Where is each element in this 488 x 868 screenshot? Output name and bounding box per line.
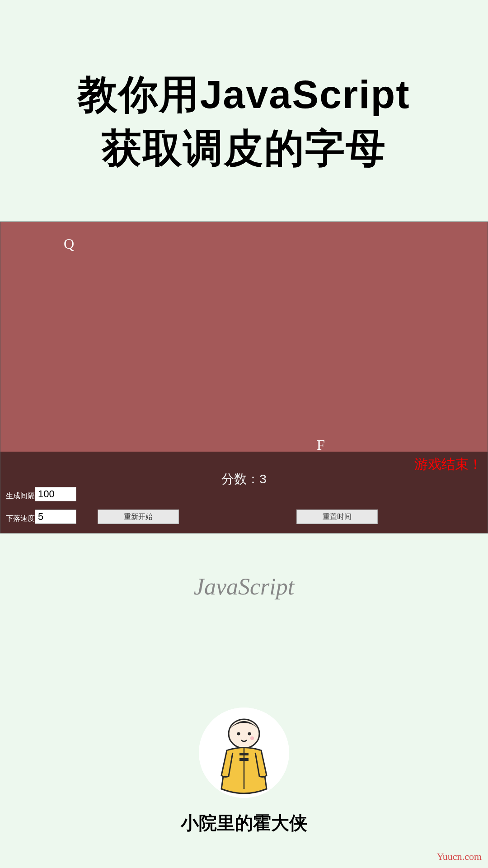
- subtitle-text: JavaScript: [0, 573, 488, 600]
- game-play-area[interactable]: Q F: [0, 222, 488, 452]
- score-value: 3: [259, 472, 267, 486]
- control-panel: 游戏结束！ 分数：3 生成间隔: 下落速度: 重新开始 重置时间: [0, 452, 488, 533]
- speed-label: 下落速度:: [6, 514, 37, 524]
- title-line-2: 获取调皮的字母: [102, 126, 386, 170]
- svg-point-2: [237, 732, 240, 736]
- author-name: 小院里的霍大侠: [0, 811, 488, 835]
- author-avatar: [199, 708, 289, 798]
- game-container: Q F 游戏结束！ 分数：3 生成间隔: 下落速度: 重新开始 重置时间: [0, 222, 488, 533]
- svg-point-3: [248, 732, 251, 736]
- falling-letter: Q: [64, 236, 74, 252]
- page-title: 教你用JavaScript 获取调皮的字母: [0, 68, 488, 175]
- avatar-illustration: [199, 708, 289, 798]
- svg-rect-5: [239, 753, 249, 755]
- score-display: 分数：3: [0, 471, 488, 488]
- score-label: 分数：: [221, 472, 259, 486]
- falling-letter: F: [317, 437, 325, 452]
- author-section: 小院里的霍大侠: [0, 708, 488, 835]
- title-line-1: 教你用JavaScript: [78, 72, 410, 117]
- page-title-area: 教你用JavaScript 获取调皮的字母: [0, 0, 488, 175]
- svg-point-4: [250, 736, 254, 740]
- svg-rect-6: [239, 758, 249, 761]
- interval-input[interactable]: [35, 487, 76, 501]
- svg-point-1: [229, 719, 259, 748]
- restart-button[interactable]: 重新开始: [98, 509, 179, 524]
- interval-label: 生成间隔:: [6, 491, 37, 501]
- reset-time-button[interactable]: 重置时间: [296, 509, 378, 524]
- watermark-text: Yuucn.com: [436, 851, 482, 863]
- speed-input[interactable]: [35, 509, 76, 524]
